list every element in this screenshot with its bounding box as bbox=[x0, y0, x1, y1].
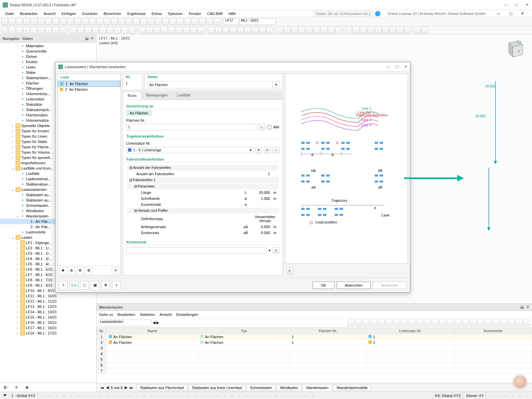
menu-einfuegen[interactable]: Einfügen bbox=[59, 11, 78, 16]
toolbar-button[interactable]: · bbox=[16, 27, 23, 34]
table-tool-button[interactable]: · bbox=[432, 320, 438, 326]
toolbar-button[interactable]: · bbox=[162, 18, 169, 25]
tab-schnee[interactable]: Schneelasten bbox=[246, 384, 276, 391]
units-button[interactable]: 0.0 bbox=[69, 281, 78, 290]
status-tool-button[interactable]: · bbox=[495, 393, 501, 399]
status-tool-button[interactable]: · bbox=[97, 393, 103, 399]
toolbar-button[interactable]: · bbox=[313, 27, 320, 34]
bottom-combo[interactable]: Lastassistenten bbox=[98, 320, 152, 326]
toolbar-button[interactable]: · bbox=[133, 18, 140, 25]
mdi-minimize[interactable]: — bbox=[494, 11, 503, 16]
toolbar-button[interactable]: · bbox=[190, 27, 197, 34]
toolbar-button[interactable]: · bbox=[77, 27, 84, 34]
offset-group[interactable]: Versatz und Puffer bbox=[138, 208, 168, 212]
view1-button[interactable]: ▢ bbox=[80, 281, 89, 290]
dialog-close[interactable]: ✕ bbox=[404, 65, 407, 69]
toolbar-button[interactable]: · bbox=[107, 27, 113, 34]
status-tool-button[interactable]: · bbox=[178, 393, 184, 399]
tree-item[interactable]: ›LF16 - ML1 : 15/21 bbox=[0, 320, 96, 325]
nav-prev-icon[interactable]: ◀ bbox=[153, 321, 155, 325]
toolbar-button[interactable]: · bbox=[9, 27, 15, 34]
toolbar-button[interactable]: · bbox=[121, 27, 128, 34]
status-tool-button[interactable]: · bbox=[75, 393, 81, 399]
ok-button[interactable]: OK bbox=[313, 282, 334, 289]
table-tool-button[interactable]: · bbox=[470, 320, 476, 326]
tree-item[interactable]: ›LF12 - ML1 : 11/21 bbox=[0, 299, 96, 304]
list-delete-button[interactable]: ✕ bbox=[112, 267, 119, 274]
table-tool-button[interactable]: · bbox=[455, 320, 461, 326]
panel-pin-icon[interactable]: ⬓ bbox=[520, 305, 524, 309]
last-icon[interactable]: ⏭ bbox=[129, 386, 133, 390]
status-tool-button[interactable]: · bbox=[310, 393, 316, 399]
mdi-close[interactable]: ✕ bbox=[518, 11, 527, 16]
lane-count-value[interactable]: 1 bbox=[251, 171, 271, 177]
toolbar-button[interactable]: · bbox=[198, 27, 204, 34]
tree-item[interactable]: ›LF11 - ML1 : 10/21 bbox=[0, 293, 96, 299]
preview-tool-button[interactable]: ⧉ bbox=[286, 267, 293, 274]
toolbar-button[interactable]: · bbox=[237, 27, 244, 34]
toolbar-button[interactable]: · bbox=[23, 27, 30, 34]
toolbar-button[interactable]: · bbox=[328, 27, 334, 34]
status-tool-button[interactable]: · bbox=[517, 393, 523, 399]
status-tool-button[interactable]: · bbox=[193, 393, 199, 399]
menu-cadbim[interactable]: CAD-BIM bbox=[204, 11, 225, 16]
toolbar-button[interactable]: · bbox=[382, 27, 389, 34]
nav-view-icon[interactable]: 👁 bbox=[13, 384, 20, 391]
status-tool-button[interactable]: · bbox=[46, 393, 52, 399]
toolbar-button[interactable]: · bbox=[38, 18, 45, 25]
toolbar-button[interactable]: · bbox=[404, 27, 411, 34]
table-tool-button[interactable]: · bbox=[500, 320, 507, 326]
status-tool-button[interactable]: · bbox=[119, 393, 125, 399]
toolbar-button[interactable]: · bbox=[31, 27, 37, 34]
status-cs[interactable]: 1 - Global XYZ bbox=[9, 393, 38, 399]
cancel-button[interactable]: Abbrechen bbox=[336, 282, 371, 289]
status-tool-button[interactable]: · bbox=[39, 393, 45, 399]
nav-cam-icon[interactable]: ▣ bbox=[23, 384, 31, 391]
kommentar-input[interactable] bbox=[126, 247, 267, 254]
flaechen-input[interactable] bbox=[126, 124, 256, 130]
status-tool-button[interactable]: · bbox=[222, 393, 228, 399]
status-tool-button[interactable]: · bbox=[207, 393, 213, 399]
name-edit-button[interactable]: ✎ bbox=[273, 81, 280, 88]
lane1-group[interactable]: Fahrstreifen 1 bbox=[133, 178, 156, 182]
dialog-minimize[interactable]: — bbox=[387, 65, 390, 69]
toolbar-button[interactable]: · bbox=[335, 27, 342, 34]
toolbar-button[interactable]: · bbox=[284, 27, 291, 34]
status-tool-button[interactable]: · bbox=[134, 393, 140, 399]
toolbar-button[interactable]: · bbox=[184, 18, 191, 25]
toolbar-button[interactable]: · bbox=[74, 18, 81, 25]
table-tool-button[interactable]: · bbox=[378, 320, 385, 326]
table-tool-button[interactable]: · bbox=[493, 320, 499, 326]
tab-stablasten-fl[interactable]: Stablasten aus Flächenlast bbox=[136, 384, 188, 391]
table-tool-button[interactable]: · bbox=[347, 320, 354, 326]
keyword-search[interactable] bbox=[313, 11, 373, 16]
table-tool-button[interactable]: · bbox=[370, 320, 377, 326]
tree-item[interactable]: ●Querschnitte bbox=[0, 49, 96, 54]
tab-wind[interactable]: Windlasten bbox=[276, 384, 302, 391]
table-tool-button[interactable]: · bbox=[355, 320, 362, 326]
status-tool-button[interactable]: · bbox=[200, 393, 206, 399]
lane-count-group[interactable]: Anzahl der Fahrstreifen bbox=[133, 166, 171, 170]
table-tool-button[interactable]: · bbox=[401, 320, 408, 326]
status-tool-button[interactable]: · bbox=[244, 393, 250, 399]
tree-item[interactable]: ●Dicken bbox=[0, 54, 96, 59]
table-tool-button[interactable]: · bbox=[523, 320, 530, 326]
close-button[interactable]: ✕ bbox=[525, 3, 529, 7]
ls-pick-button[interactable]: ⌖ bbox=[273, 147, 279, 153]
toolbar-button[interactable]: · bbox=[70, 27, 77, 34]
status-tool-button[interactable]: · bbox=[273, 393, 279, 399]
toolbar-button[interactable]: · bbox=[397, 27, 403, 34]
ls-new-button[interactable]: ✚ bbox=[255, 147, 262, 153]
tree-item[interactable]: ›LF15 - ML1 : 14/21 bbox=[0, 315, 96, 320]
status-tool-button[interactable]: · bbox=[156, 393, 162, 399]
toolbar-button[interactable]: · bbox=[140, 18, 147, 25]
toolbar-button[interactable]: · bbox=[89, 18, 96, 25]
status-tool-button[interactable]: · bbox=[266, 393, 272, 399]
prev-icon[interactable]: ◀ bbox=[106, 385, 109, 390]
tree-item[interactable]: ›LF13 - ML1 : 12/21 bbox=[0, 304, 96, 309]
tree-item[interactable]: ›●Materialien bbox=[0, 43, 96, 49]
toolbar-button[interactable]: · bbox=[45, 27, 52, 34]
dialog-titlebar[interactable]: Lastassistent | Wanderlast bearbeiten — … bbox=[56, 62, 410, 71]
status-tool-button[interactable]: · bbox=[251, 393, 257, 399]
toolbar-button[interactable]: · bbox=[53, 18, 59, 25]
